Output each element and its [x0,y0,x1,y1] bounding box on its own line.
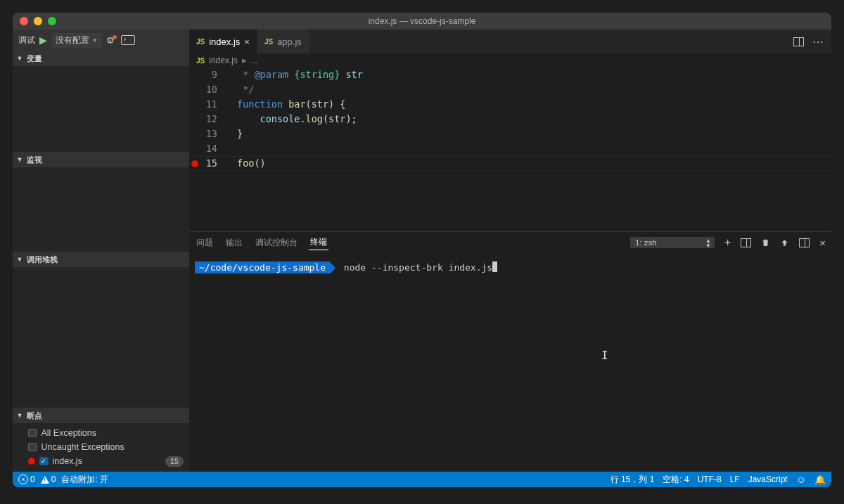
titlebar: index.js — vscode-js-sample [13,13,831,30]
gear-dot-indicator [113,35,117,39]
section-callstack-label: 调用堆栈 [27,254,58,265]
line-numbers: 9 10 11 12 13 14 15 [200,67,226,231]
chevron-down-icon: ▼ [15,256,24,263]
prompt-arrow-icon [330,262,335,274]
status-errors[interactable]: ×0 [18,474,35,484]
status-auto-attach[interactable]: 自动附加: 开 [61,474,108,486]
select-arrows-icon: ▲▼ [705,238,711,248]
panel-tab-debug-console[interactable]: 调试控制台 [254,235,299,250]
debug-config-select[interactable]: 没有配置 ▼ [51,33,102,48]
breadcrumb-symbol: ... [251,56,258,65]
terminal[interactable]: ~/code/vscode-js-sample node --inspect-b… [189,253,831,472]
start-debug-button[interactable]: ▶ [39,34,47,46]
checkbox[interactable] [39,457,49,466]
feedback-icon[interactable]: ☺ [796,474,806,485]
section-variables [13,66,189,152]
breakpoint-label: Uncaught Exceptions [41,442,124,452]
debug-config-gear[interactable]: ⚙ [106,35,117,46]
checkbox[interactable] [28,429,37,438]
toggle-panel-button[interactable] [799,238,810,247]
status-warnings[interactable]: 0 [41,474,56,484]
section-watch-label: 监视 [27,155,42,165]
terminal-selector-value: 1: zsh [635,238,657,247]
debug-toolbar: 调试 ▶ 没有配置 ▼ ⚙ [13,30,189,51]
js-file-icon: JS [196,57,205,65]
close-panel-button[interactable]: × [819,237,826,249]
breakpoint-item-uncaught-exceptions[interactable]: Uncaught Exceptions [13,440,189,454]
kill-terminal-button[interactable] [761,238,770,247]
section-callstack [13,267,189,408]
checkbox[interactable] [28,443,37,452]
section-variables-header[interactable]: ▼ 变量 [13,51,189,66]
editor-group: JS index.js × JS app.js ⋯ JS index.js ▶ [189,30,831,472]
section-breakpoints: All Exceptions Uncaught Exceptions index… [13,423,189,470]
status-encoding[interactable]: UTF-8 [698,474,722,484]
panel-tab-output[interactable]: 输出 [224,235,244,250]
debug-label: 调试 [18,34,35,46]
window-title: index.js — vscode-js-sample [13,16,831,26]
status-eol[interactable]: LF [730,474,740,484]
section-breakpoints-label: 断点 [27,411,42,421]
js-file-icon: JS [264,38,273,46]
chevron-down-icon: ▼ [92,37,98,44]
section-callstack-header[interactable]: ▼ 调用堆栈 [13,252,189,267]
notifications-icon[interactable]: 🔔 [814,474,826,485]
panel-tab-terminal[interactable]: 终端 [309,235,328,250]
terminal-cursor [492,261,497,272]
editor[interactable]: 9 10 11 12 13 14 15 * @param {string} st… [189,67,831,231]
debug-console-icon[interactable] [121,35,135,45]
statusbar: ×0 0 自动附加: 开 行 15，列 1 空格: 4 UTF-8 LF Jav… [13,472,831,487]
tab-label: app.js [277,37,302,47]
close-tab-icon[interactable]: × [244,37,250,47]
panel-tabs: 问题 输出 调试控制台 终端 1: zsh ▲▼ + [189,232,831,253]
chevron-down-icon: ▼ [15,156,24,163]
sidebar: 调试 ▶ 没有配置 ▼ ⚙ ▼ 变量 ▼ 监视 [13,30,189,472]
new-terminal-button[interactable]: + [724,236,731,249]
breakpoint-label: index.js [53,456,82,466]
breakpoint-label: All Exceptions [41,428,97,438]
split-editor-icon[interactable] [793,37,804,46]
tab-appjs[interactable]: JS app.js [257,30,309,53]
window: index.js — vscode-js-sample 调试 ▶ 没有配置 ▼ … [13,13,831,487]
tab-label: index.js [209,37,240,47]
tab-indexjs[interactable]: JS index.js × [189,30,257,53]
status-language[interactable]: JavaScript [748,474,788,484]
status-spaces[interactable]: 空格: 4 [663,474,689,486]
breakpoint-item-all-exceptions[interactable]: All Exceptions [13,426,189,440]
section-variables-label: 变量 [27,53,42,64]
section-breakpoints-header[interactable]: ▼ 断点 [13,408,189,423]
panel-tab-problems[interactable]: 问题 [195,235,215,250]
breadcrumb[interactable]: JS index.js ▶ ... [189,53,831,67]
breakpoint-gutter[interactable] [189,67,200,231]
split-terminal-button[interactable] [741,238,751,247]
chevron-down-icon: ▼ [15,412,24,419]
body: 调试 ▶ 没有配置 ▼ ⚙ ▼ 变量 ▼ 监视 [13,30,831,472]
breakpoint-item-file[interactable]: index.js 15 [13,454,189,468]
text-cursor-icon: I [601,349,608,362]
section-watch-header[interactable]: ▼ 监视 [13,152,189,167]
breakpoint-dot-icon [28,458,35,465]
section-watch [13,167,189,252]
breakpoint-line-badge: 15 [165,456,184,467]
terminal-selector[interactable]: 1: zsh ▲▼ [630,237,715,248]
status-ln-col[interactable]: 行 15，列 1 [610,474,655,486]
debug-config-value: 没有配置 [56,34,89,46]
chevron-down-icon: ▼ [15,55,24,62]
terminal-command: node --inspect-brk index.js [344,262,492,273]
bottom-panel: 问题 输出 调试控制台 终端 1: zsh ▲▼ + [189,231,831,472]
terminal-prompt-path: ~/code/vscode-js-sample [195,261,330,273]
tabbar: JS index.js × JS app.js ⋯ [189,30,831,53]
more-actions-icon[interactable]: ⋯ [812,35,824,49]
maximize-panel-button[interactable] [780,238,789,247]
js-file-icon: JS [196,38,205,46]
code-content[interactable]: * @param {string} str */ function bar(st… [226,67,831,231]
chevron-right-icon: ▶ [242,57,247,64]
breadcrumb-file: index.js [209,56,238,65]
